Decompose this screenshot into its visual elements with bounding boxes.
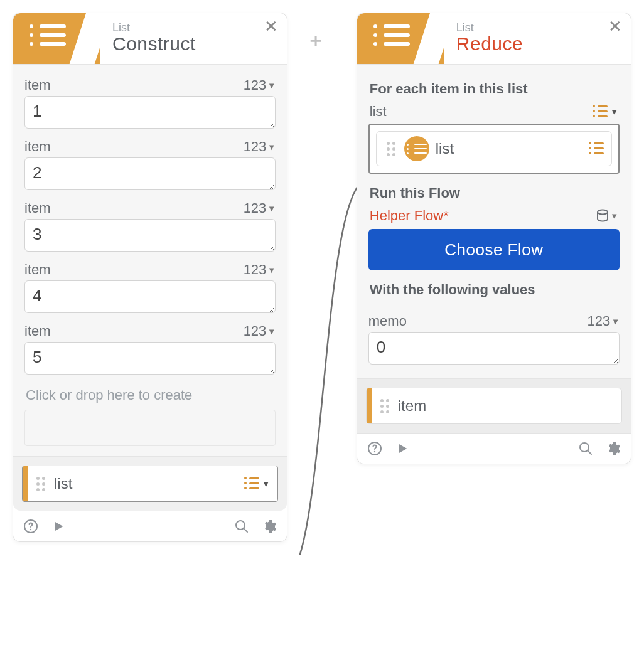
field-label: item	[24, 200, 51, 216]
drop-target[interactable]	[24, 410, 276, 446]
field-item-2: item 123▼	[24, 139, 276, 193]
memo-type-selector[interactable]: 123▼	[587, 313, 620, 329]
header-accent	[13, 13, 100, 64]
svg-point-6	[374, 451, 375, 452]
help-icon[interactable]	[366, 440, 384, 457]
card-header: List Reduce ✕	[357, 13, 631, 65]
drop-hint: Click or drop here to create	[24, 385, 276, 410]
card-footer	[13, 511, 287, 541]
item-input-2[interactable]	[24, 157, 276, 190]
card-footer	[357, 433, 631, 464]
item-input-4[interactable]	[24, 280, 276, 313]
type-selector[interactable]: 123▼	[244, 262, 276, 278]
helper-flow-label: Helper Flow*	[370, 208, 449, 224]
list-type-icon	[589, 142, 604, 155]
type-selector[interactable]: 123▼	[244, 77, 276, 93]
item-input-5[interactable]	[24, 342, 276, 375]
card-category: List	[456, 22, 523, 33]
section-heading-values: With the following values	[370, 282, 618, 298]
play-icon[interactable]	[394, 440, 411, 457]
play-icon[interactable]	[50, 518, 67, 535]
output-label: item	[398, 397, 614, 415]
card-header: List Construct ✕	[13, 13, 287, 65]
item-input-1[interactable]	[24, 96, 276, 129]
svg-point-1	[30, 529, 31, 530]
close-icon[interactable]: ✕	[608, 18, 622, 35]
field-item-5: item 123▼	[24, 323, 276, 377]
type-selector[interactable]: 123▼	[244, 200, 276, 216]
help-icon[interactable]	[22, 518, 40, 535]
field-label: item	[24, 77, 51, 93]
close-icon[interactable]: ✕	[264, 18, 278, 35]
memo-label: memo	[368, 313, 407, 329]
card-category: List	[112, 22, 196, 33]
input-pill-label: list	[436, 140, 589, 157]
list-icon	[30, 24, 66, 52]
card-title: Reduce	[456, 33, 523, 55]
list-icon	[404, 136, 429, 161]
gear-icon[interactable]	[260, 518, 278, 535]
field-label: item	[24, 262, 51, 278]
svg-point-4	[598, 210, 608, 215]
card-reduce: List Reduce ✕ For each item in this list…	[357, 13, 631, 464]
gear-icon[interactable]	[604, 440, 622, 457]
type-selector[interactable]: 123▼	[244, 139, 276, 155]
list-field-label: list	[370, 104, 387, 120]
output-item-pill[interactable]: item	[366, 388, 622, 424]
section-heading-foreach: For each item in this list	[370, 81, 618, 97]
choose-flow-button[interactable]: Choose Flow	[368, 229, 620, 270]
list-drop-zone[interactable]: list	[368, 124, 620, 174]
search-icon[interactable]	[233, 518, 250, 535]
header-accent	[357, 13, 444, 64]
output-label: list	[54, 475, 244, 492]
type-selector[interactable]: 123▼	[244, 323, 276, 339]
svg-line-8	[588, 450, 591, 454]
list-type-selector[interactable]: ▼	[593, 105, 618, 118]
section-heading-flow: Run this Flow	[370, 185, 618, 201]
list-icon	[373, 24, 410, 52]
drag-handle-icon[interactable]	[33, 477, 49, 491]
field-item-1: item 123▼	[24, 77, 276, 131]
field-label: item	[24, 139, 51, 155]
field-item-4: item 123▼	[24, 262, 276, 316]
item-input-3[interactable]	[24, 219, 276, 252]
drag-handle-icon[interactable]	[377, 399, 393, 413]
output-list-pill[interactable]: list ▼	[22, 466, 278, 502]
memo-input[interactable]	[368, 332, 620, 365]
add-step-button[interactable]: ＋	[306, 28, 325, 53]
flow-options-icon[interactable]: ▼	[596, 209, 618, 223]
output-type-selector[interactable]: ▼	[244, 477, 270, 490]
card-title: Construct	[112, 33, 196, 55]
drag-handle-icon[interactable]	[383, 142, 399, 156]
svg-line-3	[244, 528, 247, 532]
list-input-pill[interactable]: list	[376, 131, 612, 166]
field-item-3: item 123▼	[24, 200, 276, 254]
search-icon[interactable]	[577, 440, 594, 457]
field-label: item	[24, 323, 51, 339]
card-construct: List Construct ✕ item 123▼ item 123▼	[13, 13, 287, 542]
